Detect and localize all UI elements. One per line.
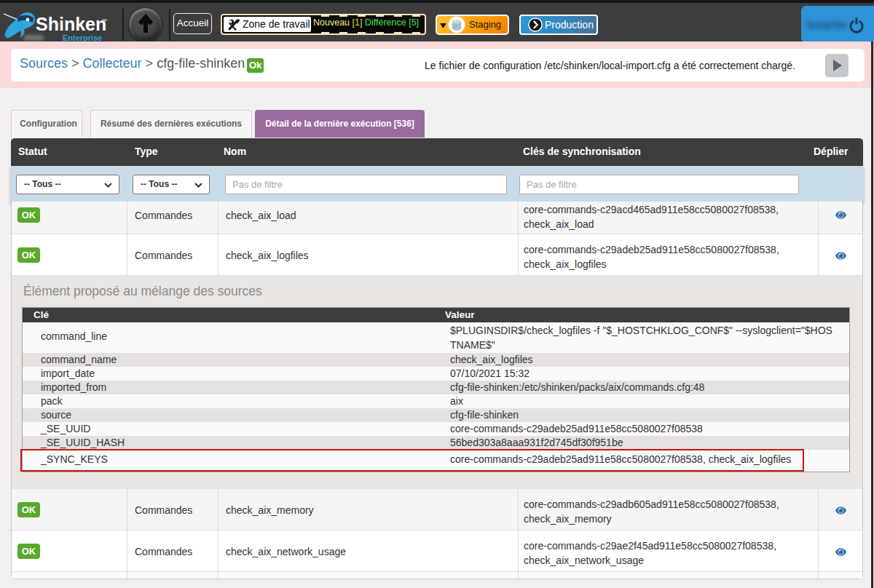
svg-text:™: ™ bbox=[102, 18, 107, 23]
svg-text:Shinken: Shinken bbox=[36, 14, 106, 34]
